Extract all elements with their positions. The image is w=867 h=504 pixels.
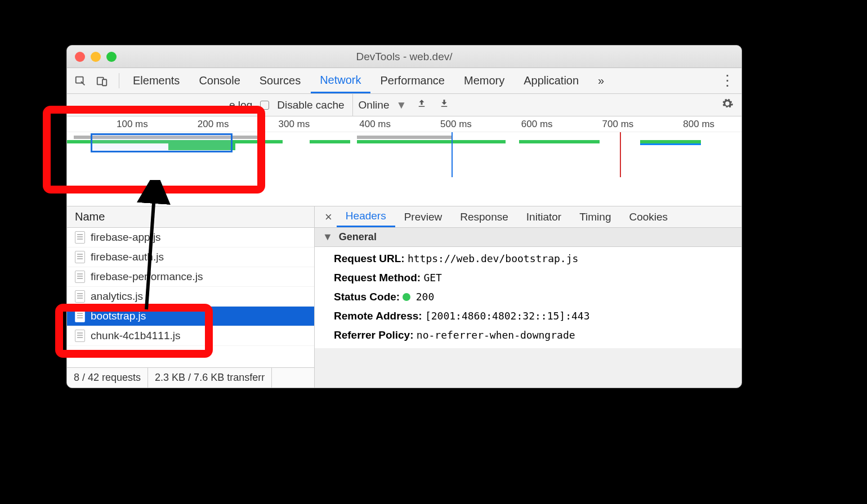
dom-content-line bbox=[452, 132, 453, 177]
overview-bars bbox=[67, 132, 741, 177]
prop-referrer-policy: Referrer Policy: no-referrer-when-downgr… bbox=[334, 329, 731, 341]
kebab-menu-icon[interactable]: ⋮ bbox=[719, 72, 736, 89]
window-title: DevTools - web.dev/ bbox=[67, 51, 741, 63]
request-row[interactable]: firebase-performance.js bbox=[67, 267, 314, 287]
request-row[interactable]: firebase-auth.js bbox=[67, 248, 314, 267]
svg-rect-4 bbox=[441, 106, 448, 107]
tab-overflow[interactable]: » bbox=[589, 68, 613, 93]
prop-status-code: Status Code: 200 bbox=[334, 291, 731, 303]
tick: 400 ms bbox=[359, 119, 391, 130]
detail-tab-response[interactable]: Response bbox=[451, 206, 517, 227]
prop-request-url: Request URL: https://web.dev/bootstrap.j… bbox=[334, 253, 731, 265]
bar bbox=[357, 140, 506, 143]
gear-icon[interactable] bbox=[721, 97, 734, 112]
tick: 700 ms bbox=[602, 119, 634, 130]
device-toggle-icon[interactable] bbox=[94, 73, 110, 89]
tick: 100 ms bbox=[117, 119, 148, 130]
svg-line-5 bbox=[146, 187, 155, 309]
tick: 300 ms bbox=[279, 119, 310, 130]
svg-rect-3 bbox=[419, 106, 425, 107]
annotation-arrow bbox=[107, 180, 175, 318]
close-detail-icon[interactable]: × bbox=[320, 210, 337, 224]
inspect-icon[interactable] bbox=[73, 73, 88, 89]
tab-console[interactable]: Console bbox=[190, 68, 249, 93]
file-icon bbox=[75, 330, 85, 342]
detail-tab-cookies[interactable]: Cookies bbox=[620, 206, 677, 227]
detail-tab-timing[interactable]: Timing bbox=[570, 206, 620, 227]
disable-cache-checkbox[interactable] bbox=[260, 101, 269, 110]
status-bar: 8 / 42 requests 2.3 KB / 7.6 KB transfer… bbox=[67, 367, 314, 388]
bar bbox=[310, 140, 350, 143]
disclosure-triangle-icon: ▼ bbox=[323, 231, 333, 243]
request-row[interactable]: analytics.js bbox=[67, 287, 314, 307]
preserve-log-label: e log bbox=[229, 99, 252, 111]
tab-sources[interactable]: Sources bbox=[251, 68, 310, 93]
overview-selection[interactable] bbox=[91, 133, 233, 152]
load-line bbox=[620, 132, 621, 177]
chevron-down-icon: ▼ bbox=[396, 99, 406, 111]
throttle-select[interactable]: Online ▼ bbox=[352, 94, 407, 116]
file-icon bbox=[75, 251, 85, 263]
file-icon bbox=[75, 310, 85, 322]
section-general[interactable]: ▼ General bbox=[315, 228, 741, 247]
divider bbox=[119, 73, 119, 88]
request-row-selected[interactable]: bootstrap.js bbox=[67, 307, 314, 326]
tab-memory[interactable]: Memory bbox=[455, 68, 513, 93]
disable-cache-label: Disable cache bbox=[277, 99, 344, 111]
tick: 500 ms bbox=[440, 119, 472, 130]
request-list[interactable]: firebase-app.js firebase-auth.js firebas… bbox=[67, 228, 314, 367]
section-title: General bbox=[339, 231, 377, 242]
request-list-pane: Name firebase-app.js firebase-auth.js fi… bbox=[67, 206, 315, 388]
prop-request-method: Request Method: GET bbox=[334, 272, 731, 284]
tab-application[interactable]: Application bbox=[515, 68, 588, 93]
status-dot-icon bbox=[403, 293, 410, 301]
tick: 200 ms bbox=[198, 119, 229, 130]
devtools-tabs: Elements Console Sources Network Perform… bbox=[67, 68, 741, 94]
tick: 600 ms bbox=[521, 119, 553, 130]
prop-remote-address: Remote Address: [2001:4860:4802:32::15]:… bbox=[334, 310, 731, 322]
bar bbox=[640, 143, 701, 145]
request-name: chunk-4c1b4111.js bbox=[91, 330, 181, 342]
tab-elements[interactable]: Elements bbox=[124, 68, 189, 93]
name-column-header[interactable]: Name bbox=[67, 206, 314, 228]
tab-performance[interactable]: Performance bbox=[372, 68, 454, 93]
general-properties: Request URL: https://web.dev/bootstrap.j… bbox=[315, 247, 741, 348]
detail-pane: × Headers Preview Response Initiator Tim… bbox=[315, 206, 741, 388]
detail-tab-headers[interactable]: Headers bbox=[337, 206, 395, 227]
titlebar: DevTools - web.dev/ bbox=[67, 46, 741, 68]
bar bbox=[357, 136, 452, 139]
request-row[interactable]: chunk-4c1b4111.js bbox=[67, 326, 314, 346]
bar bbox=[519, 140, 600, 143]
tab-network[interactable]: Network bbox=[311, 68, 370, 93]
status-requests: 8 / 42 requests bbox=[67, 368, 148, 388]
detail-tab-preview[interactable]: Preview bbox=[395, 206, 452, 227]
network-toolbar: hidden e log Disable cache Online ▼ bbox=[67, 94, 741, 116]
throttle-value: Online bbox=[359, 99, 390, 111]
upload-har-icon[interactable] bbox=[414, 98, 429, 111]
file-icon bbox=[75, 271, 85, 283]
detail-tab-initiator[interactable]: Initiator bbox=[517, 206, 570, 227]
svg-rect-2 bbox=[102, 79, 106, 86]
download-har-icon[interactable] bbox=[437, 98, 452, 111]
status-transfer: 2.3 KB / 7.6 KB transferr bbox=[148, 368, 272, 388]
request-row[interactable]: firebase-app.js bbox=[67, 228, 314, 248]
detail-tabs: × Headers Preview Response Initiator Tim… bbox=[315, 206, 741, 228]
file-icon bbox=[75, 231, 85, 244]
file-icon bbox=[75, 290, 85, 303]
tick: 800 ms bbox=[683, 119, 714, 130]
timeline-ruler: 100 ms 200 ms 300 ms 400 ms 500 ms 600 m… bbox=[67, 116, 741, 132]
